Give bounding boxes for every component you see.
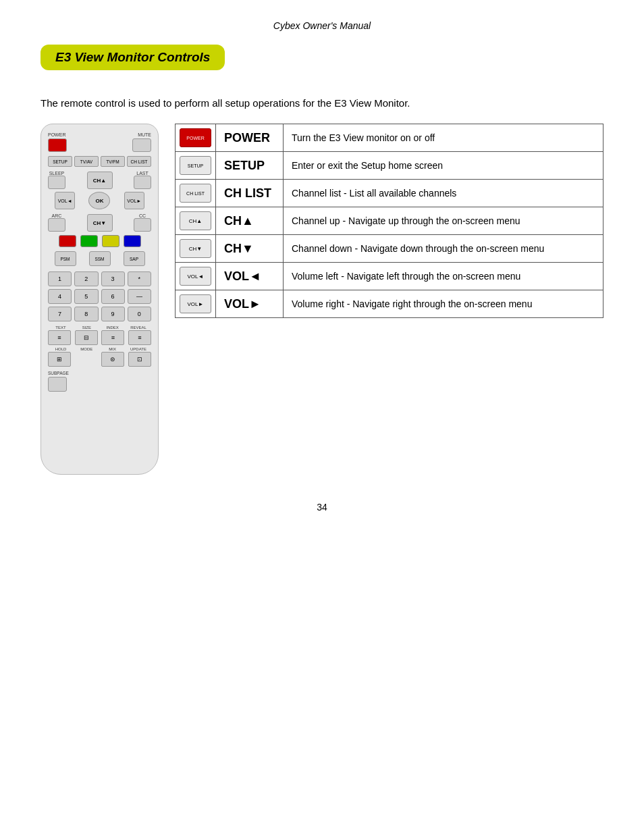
remote-tvav-btn[interactable]: TV/AV — [74, 156, 99, 167]
remote-btn-4[interactable]: 4 — [48, 289, 72, 304]
subpage-label: SUBPAGE — [48, 371, 151, 375]
setup-row: SETUP TV/AV TV/FM CH LIST — [48, 156, 151, 167]
remote-btn-1[interactable]: 1 — [48, 271, 72, 286]
remote-control: POWER MUTE SETUP TV/AV TV/FM CH LIST SLE… — [41, 124, 159, 475]
remote-btn-3[interactable]: 3 — [101, 271, 125, 286]
setup-name: SETUP — [224, 159, 265, 172]
table-row: CH▲ CH▲ Channel up - Navigate up through… — [176, 207, 603, 235]
chv-name-cell: CH▼ — [216, 235, 284, 263]
remote-btn-dash[interactable]: — — [128, 289, 151, 304]
remote-chlist-btn[interactable]: CH LIST — [127, 156, 151, 167]
controls-table: POWER POWER Turn the E3 View monitor on … — [175, 124, 603, 318]
section-title: E3 View Monitor Controls — [55, 50, 210, 64]
volleft-icon-cell: VOL◄ — [176, 263, 216, 290]
remote-subpage-btn[interactable] — [48, 377, 67, 392]
chlist-button-icon: CH LIST — [180, 184, 211, 203]
mute-label: MUTE — [138, 132, 151, 137]
power-icon-cell: POWER — [176, 124, 216, 152]
remote-btn-2[interactable]: 2 — [74, 271, 98, 286]
index-label: INDEX — [100, 325, 126, 330]
remote-ssm-btn[interactable]: SSM — [89, 251, 111, 266]
remote-reveal-btn[interactable]: ≡ — [128, 330, 151, 345]
page: Cybex Owner's Manual E3 View Monitor Con… — [0, 0, 644, 834]
setup-button-icon: SETUP — [180, 156, 211, 175]
remote-power-btn[interactable] — [48, 138, 67, 152]
remote-blue-btn[interactable] — [124, 235, 141, 247]
volleft-name-cell: VOL◄ — [216, 263, 284, 290]
subpage-area: SUBPAGE — [48, 371, 151, 392]
remote-chv-btn[interactable]: CH▼ — [87, 214, 113, 232]
power-button-icon: POWER — [180, 128, 211, 147]
remote-cha-btn[interactable]: CH▲ — [87, 172, 113, 189]
remote-psm-btn[interactable]: PSM — [55, 251, 76, 266]
remote-btn-star[interactable]: * — [128, 271, 151, 286]
remote-btn-6[interactable]: 6 — [101, 289, 125, 304]
page-footer: 34 — [41, 502, 603, 513]
cha-icon-cell: CH▲ — [176, 207, 216, 235]
table-row: CH▼ CH▼ Channel down - Navigate down thr… — [176, 235, 603, 263]
chv-tag: CH▼ — [189, 246, 202, 252]
setup-icon-cell: SETUP — [176, 152, 216, 180]
size-label: SIZE — [74, 325, 99, 330]
remote-hold-btn[interactable]: ⊞ — [48, 352, 71, 367]
chlist-name-cell: CH LIST — [216, 180, 284, 207]
remote-mode-btn[interactable] — [75, 352, 98, 367]
power-desc-cell: Turn the E3 View monitor on or off — [284, 124, 603, 152]
volleft-name: VOL◄ — [224, 269, 261, 283]
cha-name: CH▲ — [224, 214, 254, 228]
mode-label: MODE — [74, 347, 99, 351]
volleft-button-icon: VOL◄ — [180, 267, 211, 286]
remote-btn-7[interactable]: 7 — [48, 307, 72, 321]
remote-btn-0[interactable]: 0 — [128, 307, 151, 321]
volleft-tag: VOL◄ — [188, 273, 204, 280]
remote-tvfm-btn[interactable]: TV/FM — [101, 156, 125, 167]
remote-sleep-btn[interactable] — [48, 176, 65, 189]
volright-tag: VOL► — [188, 301, 204, 307]
mix-label: MIX — [100, 347, 126, 351]
remote-size-btn[interactable]: ⊟ — [75, 330, 98, 345]
chlist-icon-cell: CH LIST — [176, 180, 216, 207]
remote-setup-btn[interactable]: SETUP — [48, 156, 72, 167]
volleft-desc-cell: Volume left - Navigate left through the … — [284, 263, 603, 290]
chv-name: CH▼ — [224, 242, 254, 255]
cc-label: CC — [134, 213, 151, 218]
remote-ok-btn[interactable]: OK — [88, 192, 110, 209]
psm-row: PSM SSM SAP — [48, 251, 151, 266]
table-row: POWER POWER Turn the E3 View monitor on … — [176, 124, 603, 152]
main-content: POWER MUTE SETUP TV/AV TV/FM CH LIST SLE… — [41, 124, 603, 475]
cha-tag: CH▲ — [189, 218, 202, 224]
hold-label: HOLD — [48, 347, 74, 351]
power-label: POWER — [48, 132, 65, 137]
cha-desc-cell: Channel up - Navigate up through the on-… — [284, 207, 603, 235]
remote-btn-9[interactable]: 9 — [101, 307, 125, 321]
remote-mix-btn[interactable]: ⊜ — [101, 352, 124, 367]
remote-volleft-btn[interactable]: VOL◄ — [55, 192, 75, 209]
chlist-tag: CH LIST — [186, 191, 205, 196]
remote-volright-btn[interactable]: VOL► — [124, 192, 144, 209]
volright-desc-cell: Volume right - Navigate right through th… — [284, 290, 603, 318]
volright-name-cell: VOL► — [216, 290, 284, 318]
remote-cc-btn[interactable] — [134, 218, 151, 232]
remote-btn-8[interactable]: 8 — [74, 307, 98, 321]
remote-btn-5[interactable]: 5 — [74, 289, 98, 304]
remote-mute-btn[interactable] — [132, 138, 151, 152]
text-label: TEXT — [48, 325, 74, 330]
remote-update-btn[interactable]: ⊡ — [128, 352, 151, 367]
volright-icon-cell: VOL► — [176, 290, 216, 318]
update-label: UPDATE — [126, 347, 151, 351]
section-title-banner: E3 View Monitor Controls — [41, 45, 225, 70]
remote-sap-btn[interactable]: SAP — [124, 251, 145, 266]
arc-label: ARC — [48, 213, 65, 218]
remote-green-btn[interactable] — [80, 235, 98, 247]
chv-button-icon: CH▼ — [180, 239, 211, 258]
remote-red-btn[interactable] — [59, 235, 76, 247]
setup-name-cell: SETUP — [216, 152, 284, 180]
intro-paragraph: The remote control is used to perform al… — [41, 97, 603, 109]
page-number: 34 — [317, 502, 327, 513]
remote-last-btn[interactable] — [134, 176, 151, 189]
remote-yellow-btn[interactable] — [102, 235, 119, 247]
vol-ok-row: VOL◄ OK VOL► — [48, 192, 151, 209]
remote-index-btn[interactable]: ≡ — [101, 330, 124, 345]
remote-text-btn[interactable]: ≡ — [48, 330, 71, 345]
remote-arc-btn[interactable] — [48, 218, 65, 232]
